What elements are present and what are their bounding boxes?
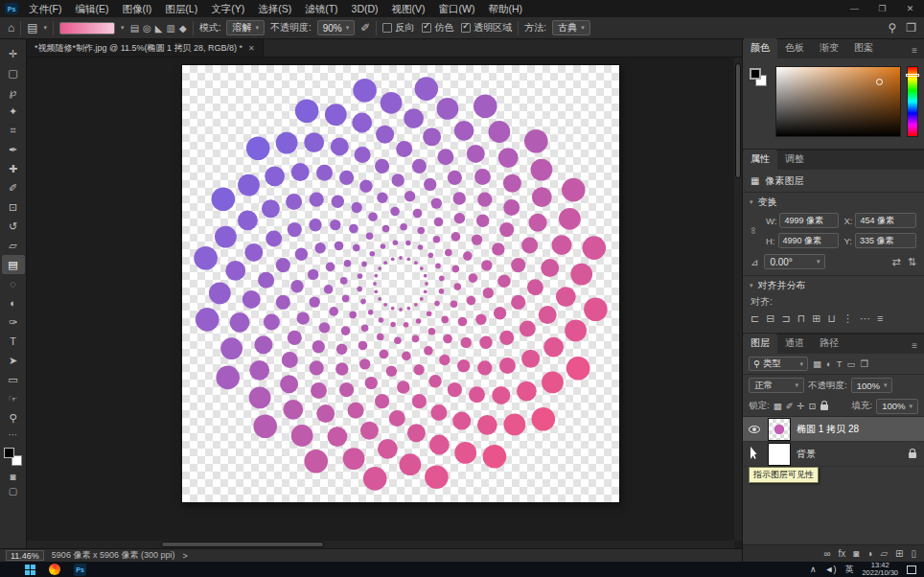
align-left-icon[interactable]: ⊏ [751, 312, 759, 325]
ime-indicator[interactable]: 英 [844, 564, 853, 576]
menu-item[interactable]: 帮助(H) [482, 0, 530, 17]
tool-gradient[interactable]: ▤ [2, 255, 25, 274]
menu-item[interactable]: 3D(D) [345, 0, 385, 17]
menu-item[interactable]: 图像(I) [115, 0, 158, 17]
panel-tab[interactable]: 调整 [777, 150, 812, 170]
zoom-level-field[interactable]: 11.46% [6, 550, 44, 561]
lock-artboard-icon[interactable]: ⊡ [809, 401, 817, 411]
tool-dodge[interactable]: ◐ [2, 293, 25, 312]
layer-thumbnail[interactable] [768, 418, 791, 441]
tool-marquee[interactable]: ▢ [2, 63, 25, 82]
menu-item[interactable]: 选择(S) [251, 0, 298, 17]
checkbox-box[interactable] [461, 23, 471, 33]
menu-item[interactable]: 窗口(W) [432, 0, 482, 17]
tool-path-select[interactable]: ➤ [2, 351, 25, 370]
panel-tab[interactable]: 图层 [743, 334, 777, 354]
foreground-color-swatch[interactable] [750, 68, 761, 80]
quick-mask-icon[interactable]: ◙ [10, 472, 15, 482]
angle-field[interactable]: 0.00°▾ [764, 254, 825, 269]
vertical-scroll-thumb[interactable] [735, 63, 741, 178]
layer-row[interactable]: 背景 [743, 442, 924, 467]
tool-clone-stamp[interactable]: ⊡ [2, 197, 25, 217]
menu-item[interactable]: 文件(F) [22, 0, 68, 17]
tool-magic-wand[interactable]: ✦ [2, 102, 25, 121]
mode-select[interactable]: 溶解▾ [226, 20, 265, 35]
opacity-select[interactable]: 90%▾ [317, 20, 356, 35]
checkbox-box[interactable] [382, 23, 392, 33]
menu-item[interactable]: 编辑(E) [68, 0, 115, 17]
layer-style-icon[interactable]: fx [839, 548, 846, 559]
dither-checkbox[interactable]: 仿色 [422, 21, 453, 35]
visibility-cell[interactable] [746, 426, 762, 433]
vertical-scrollbar[interactable] [734, 58, 742, 541]
filter-pixel-icon[interactable]: ▦ [813, 358, 821, 369]
link-dimensions-icon[interactable]: ∞ [749, 224, 759, 237]
align-right-icon[interactable]: ⊐ [781, 312, 790, 325]
horizontal-scroll-thumb[interactable] [161, 542, 324, 547]
tool-zoom[interactable]: ⚲ [2, 408, 25, 427]
panel-tab[interactable]: 通道 [777, 334, 812, 354]
panel-tab[interactable]: 渐变 [812, 38, 846, 58]
align-section-header[interactable]: ▾ 对齐并分布 [743, 276, 924, 295]
filter-type-icon[interactable]: T [837, 358, 843, 369]
x-position-field[interactable]: 454 像素 [855, 213, 916, 228]
distribute-all-icon[interactable]: ≡ [877, 312, 883, 325]
edit-toolbar-icon[interactable]: ⋯ [9, 429, 18, 440]
filter-adjustment-icon[interactable]: ◐ [826, 358, 832, 369]
tool-preset-icon[interactable]: ▤ [27, 21, 37, 35]
lock-all-icon[interactable] [820, 404, 828, 410]
minimize-button[interactable]: — [841, 0, 868, 17]
y-position-field[interactable]: 335 像素 [855, 233, 916, 248]
close-button[interactable]: ✕ [896, 0, 924, 17]
tool-brush[interactable]: ✐ [2, 178, 25, 197]
saturation-brightness-field[interactable] [775, 66, 901, 137]
tool-hand[interactable]: ☞ [2, 389, 25, 408]
screen-mode-icon[interactable]: ▢ [9, 486, 17, 496]
status-chevron-icon[interactable]: > [182, 551, 187, 561]
panel-menu-icon[interactable]: ≡ [905, 337, 924, 354]
blend-mode-select[interactable]: 正常▾ [749, 378, 804, 393]
pressure-opacity-icon[interactable]: ✐ [360, 21, 370, 35]
tool-shape[interactable]: ▭ [2, 370, 25, 389]
layer-name[interactable]: 椭圆 1 拷贝 28 [797, 423, 916, 436]
layer-filter-select[interactable]: ⚲ 类型 ▾ [749, 357, 808, 371]
tool-move[interactable]: ✛ [2, 44, 25, 63]
flip-horizontal-icon[interactable]: ⇄ [892, 256, 901, 268]
filter-smart-object-icon[interactable]: ❐ [861, 358, 869, 369]
panel-tab[interactable]: 颜色 [743, 38, 777, 58]
distribute-v-icon[interactable]: ⋯ [860, 312, 870, 325]
transform-section-header[interactable]: ▾ 变换 [743, 193, 924, 212]
menu-item[interactable]: 文字(Y) [204, 0, 251, 17]
link-layers-icon[interactable]: ∞ [823, 548, 830, 559]
tool-type[interactable]: T [2, 332, 25, 351]
align-bottom-icon[interactable]: ⊔ [827, 312, 836, 325]
color-picker-marker[interactable] [876, 79, 883, 85]
hue-slider[interactable] [907, 66, 918, 137]
taskbar-clock[interactable]: 13:42 2022/10/30 [862, 562, 898, 577]
chevron-down-icon[interactable]: ▾ [44, 24, 48, 32]
foreground-color-swatch[interactable] [4, 448, 14, 458]
menu-item[interactable]: 滤镜(T) [298, 0, 344, 17]
start-button[interactable] [25, 565, 35, 575]
linear-gradient-icon[interactable]: ▤ [130, 23, 139, 34]
tray-chevron-icon[interactable]: ∧ [810, 565, 817, 574]
tool-blur[interactable]: ◌ [2, 274, 25, 293]
align-center-h-icon[interactable]: ⊟ [766, 312, 774, 325]
restore-button[interactable]: ❐ [868, 0, 896, 17]
layer-row[interactable]: 椭圆 1 拷贝 28 [743, 417, 924, 442]
lock-transparent-icon[interactable]: ▦ [774, 401, 782, 411]
hue-slider-marker[interactable] [906, 74, 919, 77]
menu-item[interactable]: 视图(V) [385, 0, 432, 17]
panel-tab[interactable]: 路径 [812, 334, 846, 354]
workspace-icon[interactable]: ❐ [906, 21, 916, 35]
panel-tab[interactable]: 属性 [743, 150, 777, 170]
tool-crop[interactable]: ⌗ [2, 121, 25, 140]
layer-thumbnail[interactable] [768, 443, 791, 466]
chevron-down-icon[interactable]: ▾ [121, 24, 125, 32]
new-group-icon[interactable]: ▱ [880, 548, 888, 559]
tool-healing-brush[interactable]: ✚ [2, 159, 25, 178]
layer-mask-icon[interactable]: ◙ [853, 548, 859, 559]
browser-icon[interactable] [49, 564, 60, 575]
align-center-v-icon[interactable]: ⊞ [812, 312, 820, 325]
menu-item[interactable]: 图层(L) [158, 0, 204, 17]
